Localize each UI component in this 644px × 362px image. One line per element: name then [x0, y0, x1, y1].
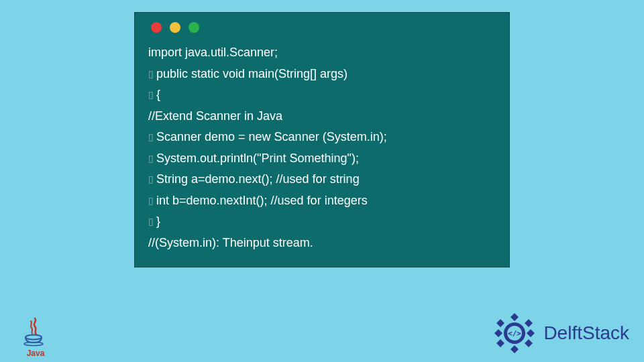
delftstack-emblem-icon: </> [491, 310, 538, 357]
code-line: public static void main(String[] args) [148, 64, 496, 85]
code-line: //Extend Scanner in Java [148, 106, 496, 127]
code-line: int b=demo.nextInt(); //used for integer… [148, 190, 496, 212]
java-logo: Java [19, 317, 52, 358]
code-line: { [148, 84, 496, 106]
coffee-cup-icon [19, 317, 52, 350]
delftstack-logo-label: DelftStack [543, 322, 629, 344]
svg-point-0 [25, 335, 42, 340]
code-line: } [148, 211, 496, 233]
java-logo-label: Java [19, 349, 52, 358]
delftstack-logo: </> DelftStack [491, 310, 629, 357]
code-window: import java.util.Scanner;public static v… [134, 12, 510, 267]
minimize-icon [170, 22, 180, 33]
svg-point-1 [24, 343, 43, 346]
window-controls [151, 22, 496, 33]
close-icon [151, 22, 162, 33]
svg-text:</>: </> [508, 329, 521, 338]
code-block: import java.util.Scanner;public static v… [148, 42, 496, 253]
code-line: Scanner demo = new Scanner (System.in); [148, 127, 496, 148]
code-line: String a=demo.next(); //used for string [148, 169, 496, 190]
code-line: import java.util.Scanner; [148, 42, 496, 64]
code-line: System.out.println("Print Something"); [148, 148, 496, 170]
code-line: //(System.in): Theinput stream. [148, 233, 496, 254]
maximize-icon [189, 22, 199, 33]
